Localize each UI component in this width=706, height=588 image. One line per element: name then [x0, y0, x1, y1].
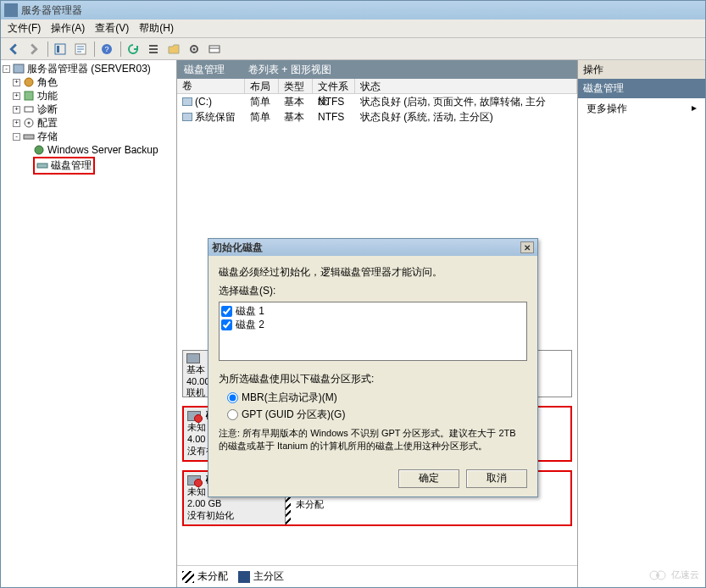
menu-file[interactable]: 文件(F): [3, 19, 46, 37]
expand-icon[interactable]: +: [13, 119, 20, 127]
nav-forward-button[interactable]: [25, 40, 43, 58]
actions-header: 操作: [578, 60, 705, 79]
toolbar-divider-2: [94, 42, 95, 57]
svg-rect-14: [24, 135, 34, 139]
svg-rect-0: [55, 44, 65, 54]
view-icon[interactable]: [205, 40, 224, 58]
disk-size: 40.00: [186, 376, 209, 388]
col-status[interactable]: 状态: [355, 79, 577, 93]
collapse-icon[interactable]: -: [13, 133, 20, 141]
volume-grid: 卷 布局 类型 文件系统 状态 (C:) 简单 基本 NTFS 状态良好 (启动…: [177, 79, 577, 125]
disk-listbox[interactable]: 磁盘 1 磁盘 2: [219, 302, 527, 361]
table-row[interactable]: (C:) 简单 基本 NTFS 状态良好 (启动, 页面文件, 故障转储, 主分: [177, 94, 577, 109]
tree-label: Windows Server Backup: [47, 144, 158, 156]
ok-button[interactable]: 确定: [398, 469, 459, 488]
dialog-titlebar[interactable]: 初始化磁盘 ✕: [208, 239, 537, 256]
refresh-icon[interactable]: [124, 40, 142, 58]
tree-disk-mgmt[interactable]: 磁盘管理: [3, 158, 175, 172]
cell: (C:): [195, 96, 212, 108]
cell: 基本: [279, 110, 313, 125]
tree-label: 存储: [37, 130, 58, 144]
partition-style-label: 为所选磁盘使用以下磁盘分区形式:: [219, 371, 527, 386]
open-icon[interactable]: [164, 40, 183, 58]
gpt-option[interactable]: GPT (GUID 分区表)(G): [227, 407, 527, 422]
col-fs[interactable]: 文件系统: [313, 79, 355, 93]
tree-config[interactable]: + 配置: [3, 116, 175, 130]
watermark: 亿速云: [648, 569, 699, 581]
disk-status: 联机: [186, 387, 209, 399]
gpt-radio[interactable]: [227, 409, 238, 420]
expand-icon[interactable]: +: [13, 79, 20, 86]
tree-diagnostics[interactable]: + 诊断: [3, 103, 175, 116]
dialog-description: 磁盘必须经过初始化，逻辑磁盘管理器才能访问。: [219, 264, 527, 280]
close-icon[interactable]: ✕: [520, 241, 534, 253]
basic-label: 基本: [186, 364, 209, 376]
center-title: 磁盘管理: [184, 63, 225, 77]
cell: 简单: [245, 95, 279, 109]
diagnostics-icon: [23, 103, 35, 115]
table-row[interactable]: 系统保留 简单 基本 NTFS 状态良好 (系统, 活动, 主分区): [177, 109, 577, 125]
tree-label: 诊断: [37, 103, 58, 117]
mbr-option[interactable]: MBR(主启动记录)(M): [227, 390, 527, 405]
menu-action[interactable]: 操作(A): [46, 19, 90, 37]
settings-icon[interactable]: [185, 40, 203, 58]
legend-unalloc-swatch: [182, 571, 194, 583]
scope-button[interactable]: [51, 40, 69, 58]
col-vol[interactable]: 卷: [177, 79, 245, 93]
svg-rect-7: [209, 46, 220, 53]
storage-icon: [23, 130, 35, 142]
menu-help[interactable]: 帮助(H): [134, 19, 179, 37]
expand-icon[interactable]: +: [13, 106, 20, 114]
help-icon[interactable]: ?: [97, 40, 116, 58]
menu-view[interactable]: 查看(V): [90, 19, 134, 37]
disk-graphical-area: 基本 40.00 联机 磁盘 1 未知 4.00 GB 没有初始化: [177, 125, 577, 565]
server-icon: [13, 63, 25, 75]
cell: 基本: [279, 95, 313, 109]
svg-rect-10: [25, 92, 33, 100]
cell: 系统保留: [195, 110, 236, 125]
tree-features[interactable]: + 功能: [3, 89, 175, 103]
cell: 状态良好 (系统, 活动, 主分区): [355, 110, 577, 125]
more-actions-item[interactable]: 更多操作 ▸: [578, 98, 705, 119]
tree-root[interactable]: - 服务器管理器 (SERVER03): [3, 62, 175, 75]
highlighted-node: 磁盘管理: [33, 157, 95, 175]
cell: NTFS: [313, 96, 355, 108]
collapse-icon[interactable]: -: [3, 65, 10, 73]
select-disks-label: 选择磁盘(S):: [219, 283, 527, 298]
cancel-button[interactable]: 取消: [466, 469, 527, 488]
toolbar-divider: [47, 42, 48, 57]
tree-storage[interactable]: - 存储: [3, 130, 175, 143]
tree-wsb[interactable]: Windows Server Backup: [3, 143, 175, 157]
cell: 简单: [245, 110, 279, 125]
cell: 状态良好 (启动, 页面文件, 故障转储, 主分: [355, 95, 577, 109]
tree-label: 功能: [37, 89, 58, 103]
tree-roles[interactable]: + 角色: [3, 75, 175, 89]
disk-size: 2.00 GB: [187, 498, 281, 510]
disk1-checkbox[interactable]: [221, 306, 232, 317]
actions-section: 磁盘管理: [578, 79, 705, 98]
cell: NTFS: [313, 111, 355, 123]
disk-init: 没有初始化: [187, 510, 281, 522]
actions-panel: 操作 磁盘管理 更多操作 ▸: [578, 60, 705, 587]
col-type[interactable]: 类型: [279, 79, 313, 93]
config-icon: [23, 117, 35, 129]
disk2-checkbox[interactable]: [221, 319, 232, 330]
list-icon[interactable]: [144, 40, 163, 58]
list-item[interactable]: 磁盘 2: [221, 318, 525, 331]
properties-button[interactable]: [71, 40, 90, 58]
disk-icon: [187, 411, 201, 421]
watermark-icon: [648, 569, 669, 581]
list-item[interactable]: 磁盘 1: [221, 304, 525, 318]
expand-icon[interactable]: +: [13, 92, 20, 100]
gpt-label: GPT (GUID 分区表)(G): [242, 407, 345, 422]
col-layout[interactable]: 布局: [245, 79, 279, 93]
titlebar: 服务器管理器: [1, 1, 705, 19]
svg-point-9: [25, 78, 33, 86]
part-state: 未分配: [296, 499, 565, 511]
nav-back-button[interactable]: [4, 40, 23, 58]
toolbar: ?: [1, 38, 705, 60]
backup-icon: [33, 144, 45, 156]
menubar: 文件(F) 操作(A) 查看(V) 帮助(H): [1, 19, 705, 38]
mbr-radio[interactable]: [227, 392, 238, 403]
features-icon: [23, 90, 35, 102]
